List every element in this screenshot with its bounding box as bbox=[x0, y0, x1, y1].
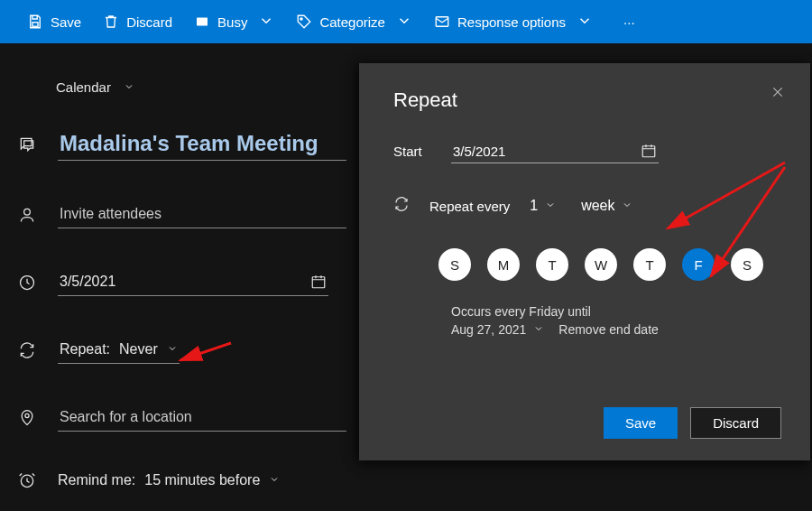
start-date-input[interactable]: 3/5/2021 bbox=[451, 139, 659, 163]
end-date-selector[interactable]: Aug 27, 2021 bbox=[451, 322, 544, 337]
day-6[interactable]: S bbox=[731, 248, 763, 281]
discard-label: Discard bbox=[126, 14, 172, 30]
unit-selector[interactable]: week bbox=[581, 198, 632, 214]
calendar-label: Calendar bbox=[56, 79, 111, 95]
calendar-icon bbox=[310, 274, 327, 290]
repeat-dialog: Repeat Start 3/5/2021 Repeat every 1 wee… bbox=[359, 63, 810, 460]
save-button[interactable]: Save bbox=[27, 14, 81, 30]
day-0[interactable]: S bbox=[438, 248, 471, 281]
categorize-label: Categorize bbox=[319, 14, 385, 30]
tag-icon bbox=[296, 14, 312, 30]
occurs-summary: Occurs every Friday until Aug 27, 2021 R… bbox=[451, 304, 776, 337]
dialog-discard-button[interactable]: Discard bbox=[690, 407, 781, 439]
day-2[interactable]: T bbox=[536, 248, 568, 281]
save-label: Save bbox=[51, 14, 81, 30]
repeat-label: Repeat: bbox=[60, 341, 110, 358]
chevron-down-icon bbox=[545, 198, 556, 214]
chevron-down-icon bbox=[622, 198, 632, 214]
chevron-down-icon bbox=[577, 13, 593, 32]
save-icon bbox=[27, 14, 43, 30]
svg-rect-0 bbox=[32, 23, 38, 27]
occurs-text: Occurs every Friday until bbox=[451, 304, 776, 319]
chevron-down-icon bbox=[533, 322, 544, 337]
location-input[interactable]: Search for a location bbox=[58, 404, 346, 432]
repeat-icon bbox=[393, 196, 410, 216]
chevron-down-icon bbox=[124, 79, 134, 95]
busy-dropdown[interactable]: Busy bbox=[194, 13, 274, 32]
chevron-down-icon bbox=[167, 341, 178, 358]
person-icon bbox=[14, 206, 40, 224]
more-label: ··· bbox=[623, 14, 635, 30]
discard-button[interactable]: Discard bbox=[103, 14, 172, 30]
day-3[interactable]: W bbox=[585, 248, 617, 281]
svg-rect-9 bbox=[642, 146, 655, 157]
svg-point-4 bbox=[24, 209, 31, 215]
remove-end-date-link[interactable]: Remove end date bbox=[558, 322, 659, 337]
day-5[interactable]: F bbox=[682, 248, 715, 281]
day-4[interactable]: T bbox=[633, 248, 666, 281]
calendar-icon bbox=[641, 143, 657, 159]
trash-icon bbox=[103, 14, 119, 30]
dialog-title: Repeat bbox=[393, 88, 776, 112]
chat-icon bbox=[14, 135, 40, 153]
repeat-selector[interactable]: Repeat: Never bbox=[58, 336, 180, 364]
svg-point-7 bbox=[25, 413, 29, 417]
svg-point-2 bbox=[300, 18, 302, 20]
weekday-selector: SMTWTFS bbox=[438, 248, 776, 281]
more-button[interactable]: ··· bbox=[623, 14, 635, 30]
date-input[interactable]: 3/5/2021 bbox=[58, 268, 328, 296]
toolbar: Save Discard Busy Categorize Response op… bbox=[0, 0, 812, 43]
clock-icon bbox=[14, 274, 40, 292]
categorize-dropdown[interactable]: Categorize bbox=[296, 13, 412, 32]
close-icon bbox=[770, 85, 785, 99]
chevron-down-icon bbox=[396, 13, 412, 32]
repeat-every-label: Repeat every bbox=[429, 199, 510, 214]
response-options-label: Response options bbox=[457, 14, 566, 30]
reminder-value: 15 minutes before bbox=[144, 472, 260, 488]
alarm-icon bbox=[14, 471, 40, 489]
mail-check-icon bbox=[434, 14, 450, 30]
svg-rect-6 bbox=[312, 277, 325, 288]
reminder-selector[interactable]: Remind me: 15 minutes before bbox=[58, 472, 280, 488]
svg-rect-1 bbox=[197, 18, 208, 26]
interval-selector[interactable]: 1 bbox=[530, 198, 556, 214]
busy-icon bbox=[194, 14, 210, 30]
chevron-down-icon bbox=[269, 472, 280, 488]
reminder-label: Remind me: bbox=[58, 472, 135, 488]
start-label: Start bbox=[393, 144, 431, 159]
title-input[interactable]: Madalina's Team Meeting bbox=[58, 127, 346, 161]
repeat-icon bbox=[14, 341, 40, 359]
day-1[interactable]: M bbox=[487, 248, 520, 281]
chevron-down-icon bbox=[258, 13, 274, 32]
location-icon bbox=[14, 409, 40, 427]
repeat-value: Never bbox=[119, 341, 158, 358]
busy-label: Busy bbox=[217, 14, 247, 30]
dialog-save-button[interactable]: Save bbox=[604, 407, 678, 439]
response-options-dropdown[interactable]: Response options bbox=[434, 13, 593, 32]
attendees-input[interactable]: Invite attendees bbox=[58, 200, 346, 228]
close-button[interactable] bbox=[770, 85, 785, 104]
